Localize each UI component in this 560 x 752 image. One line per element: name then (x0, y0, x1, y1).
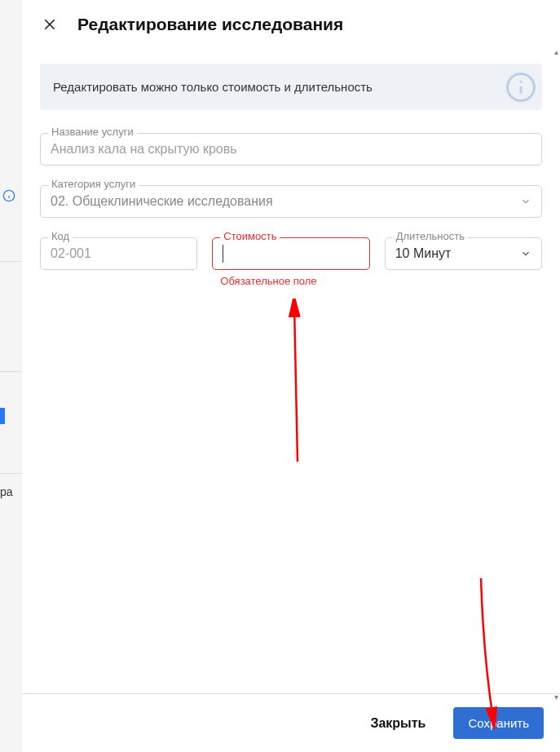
duration-label: Длительность (393, 230, 468, 242)
modal-body: Редактировать можно только стоимость и д… (22, 46, 560, 693)
modal-footer: Закрыть Сохранить (22, 693, 560, 752)
duration-field: Длительность 10 Минут (385, 237, 542, 287)
code-input (40, 237, 197, 270)
code-label: Код (48, 230, 73, 242)
close-button[interactable]: Закрыть (360, 710, 435, 737)
scrollbar[interactable]: ▴ ▾ (549, 47, 560, 701)
duration-select[interactable]: 10 Минут (385, 237, 542, 270)
cost-error-message: Обязательное поле (212, 275, 369, 287)
code-field: Код (40, 237, 197, 287)
save-button[interactable]: Сохранить (453, 707, 544, 739)
chevron-down-icon (520, 196, 531, 207)
scroll-up-icon[interactable]: ▴ (554, 47, 558, 56)
service-name-label: Название услуги (48, 126, 137, 138)
info-banner-text: Редактировать можно только стоимость и д… (53, 80, 373, 94)
service-category-field: Категория услуги 02. Общеклинические исс… (40, 185, 542, 218)
service-name-input (40, 133, 542, 166)
background-obscured: ра (0, 0, 24, 752)
service-category-value: 02. Общеклинические исследования (51, 194, 273, 208)
text-cursor (223, 245, 223, 263)
info-circle-icon (506, 73, 536, 102)
edit-study-modal: Редактирование исследования Редактироват… (22, 0, 560, 752)
service-name-field: Название услуги (40, 133, 542, 166)
cost-input[interactable] (212, 237, 369, 270)
cost-field: Стоимость Обязательное поле (212, 237, 369, 287)
annotation-arrow-up (280, 299, 312, 470)
service-category-select: 02. Общеклинические исследования (40, 185, 542, 218)
duration-value: 10 Минут (395, 246, 452, 260)
info-banner: Редактировать можно только стоимость и д… (40, 64, 542, 110)
cost-label: Стоимость (220, 230, 280, 242)
background-text-fragment: ра (0, 485, 13, 498)
scroll-down-icon[interactable]: ▾ (554, 692, 558, 701)
svg-point-7 (520, 80, 523, 82)
close-icon[interactable] (40, 15, 60, 34)
modal-title: Редактирование исследования (77, 15, 343, 34)
modal-header: Редактирование исследования (22, 0, 560, 46)
chevron-down-icon (520, 248, 531, 259)
info-icon (2, 189, 15, 205)
service-category-label: Категория услуги (48, 178, 139, 190)
